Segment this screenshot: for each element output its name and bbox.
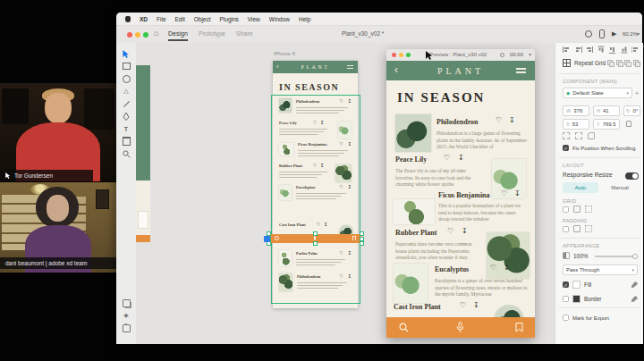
- artboard-tool[interactable]: [122, 137, 131, 146]
- menu-plugins[interactable]: Plugins: [220, 16, 239, 22]
- artboard-fragment-orange[interactable]: [136, 235, 150, 242]
- rectangle-tool[interactable]: [122, 62, 131, 71]
- height-field[interactable]: H41: [593, 105, 620, 116]
- corner-radius-icon[interactable]: [588, 132, 595, 139]
- repeat-grid-button[interactable]: Repeat Grid: [563, 59, 606, 67]
- menu-icon[interactable]: [516, 68, 526, 70]
- polygon-tool[interactable]: △: [122, 87, 131, 96]
- eyedropper-icon[interactable]: [631, 296, 638, 303]
- menu-object[interactable]: Object: [194, 16, 211, 22]
- text-tool[interactable]: T: [122, 124, 131, 133]
- artboard-iphone-x[interactable]: ‹ PLANT IN SEASON Philodendron ♡ ↧ Peace…: [273, 61, 358, 308]
- selected-search-bar[interactable]: [269, 234, 361, 243]
- selection-handle[interactable]: [360, 241, 364, 246]
- rotation-field[interactable]: ↻0°: [623, 105, 640, 116]
- square-grid-icon[interactable]: [585, 206, 592, 213]
- heart-icon[interactable]: ♡: [496, 117, 502, 124]
- minimize-window-button[interactable]: [399, 53, 403, 57]
- artboard-fragment-cream[interactable]: [136, 180, 150, 235]
- select-tool[interactable]: [122, 49, 131, 58]
- list-item[interactable]: Eucalyptus ♡ ↧: [279, 184, 352, 204]
- align-middle-icon[interactable]: [609, 46, 615, 54]
- home-icon[interactable]: ⌂: [154, 29, 158, 38]
- add-shape-icon[interactable]: [607, 60, 614, 66]
- menu-file[interactable]: File: [157, 16, 165, 22]
- list-item[interactable]: Peace Lily ♡ ↧: [279, 120, 352, 139]
- heart-icon[interactable]: ♡: [447, 228, 453, 235]
- distribute-h-icon[interactable]: [631, 46, 639, 53]
- fill-checkbox[interactable]: ✓: [563, 281, 569, 288]
- layout-grid-icon[interactable]: [573, 206, 580, 213]
- heart-icon[interactable]: ♡: [460, 302, 466, 309]
- heart-icon[interactable]: ♡: [444, 155, 450, 162]
- share-icon[interactable]: [585, 30, 592, 38]
- list-item[interactable]: Philodendron ♡ ↧: [279, 273, 352, 295]
- width-field[interactable]: W376: [563, 105, 589, 116]
- align-left-icon[interactable]: [563, 46, 570, 53]
- menu-xd[interactable]: XD: [140, 16, 148, 22]
- fill-swatch[interactable]: [572, 281, 580, 289]
- fix-position-checkbox[interactable]: ✓: [563, 145, 569, 151]
- lock-aspect-icon[interactable]: [626, 121, 631, 127]
- zoom-tool[interactable]: [122, 149, 131, 158]
- y-field[interactable]: Y769.5: [593, 119, 620, 130]
- maximize-window-button[interactable]: [406, 53, 411, 57]
- align-top-icon[interactable]: [597, 46, 604, 54]
- heart-icon[interactable]: ♡: [490, 264, 496, 272]
- search-icon[interactable]: [399, 323, 409, 332]
- back-icon[interactable]: ‹: [394, 63, 398, 76]
- list-item[interactable]: Rubber Plant ♡ ↧: [279, 163, 352, 182]
- assets-icon[interactable]: ◈: [122, 311, 131, 320]
- ellipse-tool[interactable]: [122, 74, 131, 83]
- menu-window[interactable]: Window: [269, 16, 290, 22]
- zoom-level[interactable]: 60.2%: [623, 31, 638, 37]
- eyedropper-icon[interactable]: [631, 281, 638, 289]
- download-icon[interactable]: ↧: [462, 228, 468, 235]
- bookmark-icon[interactable]: [515, 323, 523, 332]
- responsive-resize-toggle[interactable]: [625, 172, 639, 180]
- chevron-down-icon[interactable]: ▾: [637, 30, 640, 37]
- play-icon[interactable]: ▶: [612, 30, 616, 38]
- border-checkbox[interactable]: [563, 296, 569, 302]
- auto-button[interactable]: Auto: [563, 182, 598, 193]
- close-window-button[interactable]: [127, 32, 132, 38]
- list-item[interactable]: Parlor Palm ♡ ↧: [279, 250, 352, 270]
- padding-even-icon[interactable]: [573, 225, 580, 232]
- align-center-h-icon[interactable]: [574, 46, 582, 53]
- download-icon[interactable]: ↧: [509, 117, 515, 124]
- tab-share[interactable]: Share: [236, 30, 253, 37]
- heart-icon[interactable]: ♡: [501, 190, 507, 197]
- opacity-slider[interactable]: [595, 256, 638, 257]
- list-item[interactable]: Ficus Benjamina ♡ ↧: [279, 141, 352, 161]
- add-state-icon[interactable]: +: [635, 90, 639, 97]
- minimize-window-button[interactable]: [135, 32, 140, 38]
- grid-checkbox[interactable]: [563, 206, 569, 213]
- border-swatch[interactable]: [572, 295, 580, 303]
- plugins-icon[interactable]: [122, 323, 131, 332]
- device-preview-icon[interactable]: [599, 29, 605, 38]
- line-tool[interactable]: [122, 99, 131, 108]
- maximize-window-button[interactable]: [143, 32, 148, 38]
- menu-help[interactable]: Help: [299, 16, 310, 22]
- subtract-shape-icon[interactable]: [616, 60, 623, 66]
- align-right-icon[interactable]: [586, 46, 593, 53]
- download-icon[interactable]: ↧: [458, 155, 464, 162]
- download-icon[interactable]: ↧: [514, 190, 521, 197]
- tab-prototype[interactable]: Prototype: [199, 30, 225, 37]
- menu-edit[interactable]: Edit: [175, 16, 185, 22]
- artboard-label[interactable]: iPhone X: [274, 51, 295, 56]
- artboard-fragment-green[interactable]: [136, 65, 150, 180]
- manual-button[interactable]: Manual: [602, 182, 638, 193]
- align-bottom-icon[interactable]: [621, 46, 627, 54]
- list-item[interactable]: Philodendron ♡ ↧: [279, 98, 352, 118]
- padding-custom-icon[interactable]: [585, 225, 592, 232]
- selection-handle[interactable]: [313, 231, 318, 236]
- mic-icon[interactable]: [456, 322, 464, 333]
- download-icon[interactable]: ↧: [473, 302, 479, 309]
- record-icon[interactable]: [500, 53, 504, 57]
- layers-icon[interactable]: [122, 298, 131, 307]
- padding-checkbox[interactable]: [563, 226, 569, 232]
- pen-tool[interactable]: [122, 112, 131, 121]
- blend-mode-select[interactable]: Pass Through ▾: [563, 264, 638, 275]
- document-title[interactable]: Plant_v30_v02 *: [342, 30, 384, 37]
